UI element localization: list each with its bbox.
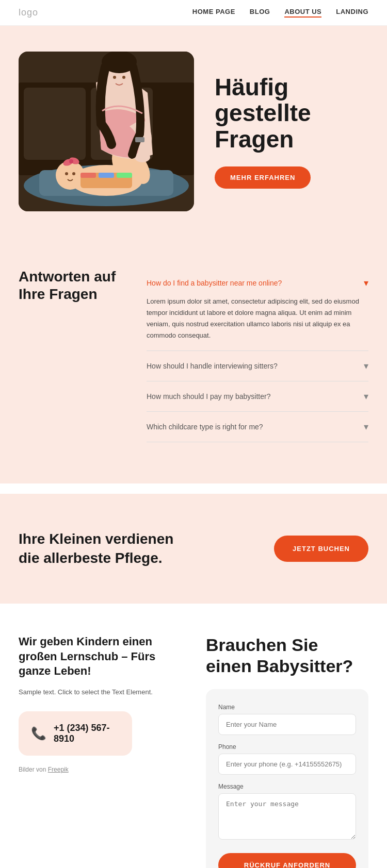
freepik-link[interactable]: Freepik [48,766,69,773]
phone-card: 📞 +1 (234) 567-8910 [19,711,132,756]
faq-inner: Antworten auf Ihre Fragen How do I find … [19,268,368,442]
message-label: Message [218,783,356,790]
chevron-down-icon: ▾ [364,421,368,432]
svg-point-9 [72,172,75,175]
faq-item: How should I handle interviewing sitters… [147,351,368,381]
svg-point-8 [65,172,68,175]
svg-rect-2 [24,88,86,160]
chevron-down-icon: ▾ [364,391,368,402]
navbar: logo HOME PAGE BLOG ABOUT US LANDING [0,0,387,26]
contact-form-title: Brauchen Sie einen Babysitter? [206,635,368,677]
phone-label: Phone [218,743,356,750]
message-field: Message [218,783,356,842]
contact-form-card: Name Phone Message RÜCKRUF ANFORDERN [206,689,368,868]
faq-question-3[interactable]: Which childcare type is right for me? ▾ [147,421,368,432]
faq-question-1[interactable]: How should I handle interviewing sitters… [147,360,368,372]
hero-image [19,52,194,211]
svg-point-22 [113,76,116,79]
cta-section: Ihre Kleinen verdienen die allerbeste Pf… [0,494,387,604]
svg-point-12 [69,159,73,163]
contact-section: Wir geben Kindern einen großen Lernschub… [0,604,387,868]
submit-button[interactable]: RÜCKRUF ANFORDERN [218,853,356,868]
name-label: Name [218,704,356,711]
hero-section: Häufig gestellte Fragen MEHR ERFAHREN [0,26,387,237]
chevron-down-icon: ▾ [364,360,368,372]
phone-field: Phone [218,743,356,775]
faq-question-text-2: How much should I pay my babysitter? [147,392,270,400]
faq-item: How much should I pay my babysitter? ▾ [147,381,368,412]
name-input[interactable] [218,714,356,735]
hero-title: Häufig gestellte Fragen [215,74,368,153]
freepik-label: Bilder von [19,766,46,773]
faq-item: How do I find a babysitter near me onlin… [147,268,368,351]
chevron-down-icon: ▾ [364,277,368,289]
contact-right: Brauchen Sie einen Babysitter? Name Phon… [206,635,368,868]
contact-left-title: Wir geben Kindern einen großen Lernschub… [19,635,181,679]
nav-link-landing[interactable]: LANDING [336,8,368,18]
faq-question-text-1: How should I handle interviewing sitters… [147,362,278,370]
svg-rect-18 [117,173,132,178]
faq-question-text-3: Which childcare type is right for me? [147,423,263,431]
phone-number: +1 (234) 567-8910 [54,723,120,744]
nav-link-home[interactable]: HOME PAGE [192,8,235,18]
svg-rect-24 [135,137,144,142]
cta-button[interactable]: JETZT BUCHEN [274,536,368,562]
faq-question-2[interactable]: How much should I pay my babysitter? ▾ [147,391,368,402]
faq-left: Antworten auf Ihre Fragen [19,268,122,442]
nav-links: HOME PAGE BLOG ABOUT US LANDING [192,8,368,18]
message-input[interactable] [218,793,356,840]
nav-link-blog[interactable]: BLOG [250,8,270,18]
phone-icon: 📞 [31,726,46,741]
svg-point-21 [102,52,137,73]
contact-left-text: Sample text. Click to select the Text El… [19,687,181,697]
faq-section: Antworten auf Ihre Fragen How do I find … [0,237,387,483]
faq-question-text-0: How do I find a babysitter near me onlin… [147,279,282,287]
faq-answer-0: Lorem ipsum dolor sit amet, consectetur … [147,296,368,341]
nav-link-about[interactable]: ABOUT US [284,8,321,18]
svg-rect-16 [80,173,96,178]
freepik-credit: Bilder von Freepik [19,766,181,773]
cta-title: Ihre Kleinen verdienen die allerbeste Pf… [19,530,194,567]
svg-point-7 [56,161,85,190]
hero-content: Häufig gestellte Fragen MEHR ERFAHREN [215,74,368,189]
svg-point-23 [122,76,125,79]
name-field: Name [218,704,356,735]
svg-rect-17 [99,173,114,178]
logo: logo [19,7,38,18]
svg-point-19 [135,152,150,162]
phone-input[interactable] [218,754,356,775]
faq-items: How do I find a babysitter near me onlin… [147,268,368,442]
contact-left: Wir geben Kindern einen großen Lernschub… [19,635,181,868]
hero-button[interactable]: MEHR ERFAHREN [215,166,311,189]
faq-question-0[interactable]: How do I find a babysitter near me onlin… [147,277,368,289]
faq-item: Which childcare type is right for me? ▾ [147,412,368,442]
faq-section-title: Antworten auf Ihre Fragen [19,268,122,303]
